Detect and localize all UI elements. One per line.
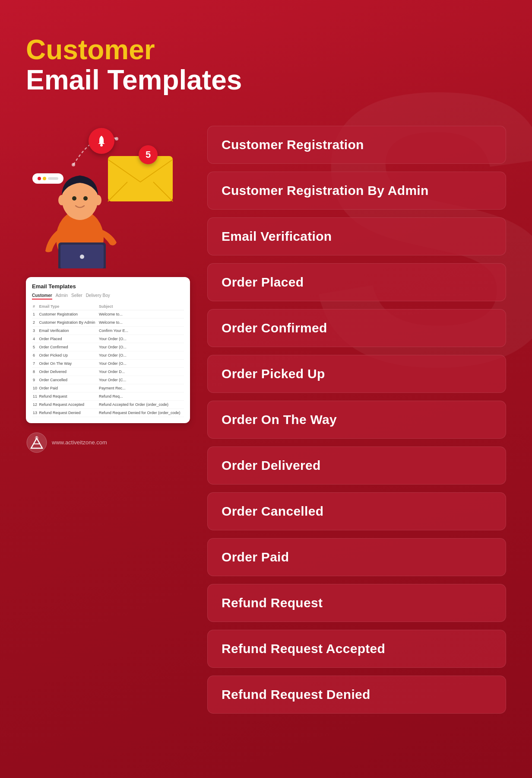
cell-email-type: Email Verification — [38, 326, 98, 335]
menu-item-customer-registration-by-admin[interactable]: Customer Registration By Admin — [207, 172, 506, 210]
svg-point-13 — [58, 195, 65, 205]
cell-number: 11 — [32, 392, 38, 400]
menu-item-order-confirmed[interactable]: Order Confirmed — [207, 309, 506, 347]
cell-number: 13 — [32, 408, 38, 417]
svg-point-1 — [115, 137, 118, 140]
svg-point-12 — [83, 196, 88, 201]
cell-email-type: Refund Request Denied — [38, 408, 98, 417]
tab-seller[interactable]: Seller — [71, 293, 82, 300]
cell-number: 5 — [32, 343, 38, 351]
cell-number: 8 — [32, 367, 38, 376]
svg-point-10 — [80, 255, 84, 259]
cell-email-type: Order Picked Up — [38, 351, 98, 359]
table-row: 3Email VerificationConfirm Your E... — [32, 326, 184, 335]
cell-subject: Confirm Your E... — [98, 326, 184, 335]
menu-item-label-refund-request-accepted: Refund Request Accepted — [222, 641, 385, 656]
menu-item-email-verification[interactable]: Email Verification — [207, 217, 506, 255]
person-illustration — [26, 152, 134, 268]
illustration-area: 5 — [26, 121, 181, 268]
cell-subject: Your Order D... — [98, 367, 184, 376]
cell-number: 3 — [32, 326, 38, 335]
menu-item-order-cancelled[interactable]: Order Cancelled — [207, 492, 506, 530]
table-row: 8Order DeliveredYour Order D... — [32, 367, 184, 376]
table-tabs: Customer Admin Seller Delivery Boy — [32, 293, 184, 300]
table-row: 2Customer Registration By AdminWelcome t… — [32, 318, 184, 326]
cell-number: 12 — [32, 400, 38, 408]
website-label: www.activeitzone.com — [52, 439, 107, 446]
menu-item-order-paid[interactable]: Order Paid — [207, 538, 506, 576]
table-row: 1Customer RegistrationWelcome to... — [32, 310, 184, 318]
cell-number: 10 — [32, 384, 38, 392]
menu-item-label-order-delivered: Order Delivered — [222, 458, 321, 472]
table-row: 11Refund RequestRefund Req... — [32, 392, 184, 400]
col-email-type: Email Type — [38, 303, 98, 310]
cell-subject: Payment Rec... — [98, 384, 184, 392]
cell-email-type: Refund Request Accepted — [38, 400, 98, 408]
table-title: Email Templates — [32, 283, 184, 290]
tab-delivery[interactable]: Delivery Boy — [86, 293, 110, 300]
table-row: 9Order CancelledYour Order (C... — [32, 376, 184, 384]
bell-icon — [95, 134, 108, 147]
email-table-container: Email Templates Customer Admin Seller De… — [26, 277, 190, 423]
left-panel: 5 — [26, 121, 190, 453]
notification-badge: 5 — [139, 145, 158, 164]
activeitzone-logo-icon: ® — [26, 432, 48, 453]
cell-number: 1 — [32, 310, 38, 318]
cell-number: 2 — [32, 318, 38, 326]
header-subtitle-label: Email Templates — [26, 65, 506, 95]
col-subject: Subject — [98, 303, 184, 310]
menu-item-label-order-cancelled: Order Cancelled — [222, 504, 323, 518]
table-row: 4Order PlacedYour Order (O... — [32, 335, 184, 343]
table-row: 13Refund Request DeniedRefund Request De… — [32, 408, 184, 417]
badge-count: 5 — [146, 149, 151, 160]
cell-number: 4 — [32, 335, 38, 343]
menu-item-refund-request-accepted[interactable]: Refund Request Accepted — [207, 630, 506, 668]
menu-item-label-order-paid: Order Paid — [222, 550, 289, 564]
table-row: 7Order On The WayYour Order (O... — [32, 359, 184, 367]
cell-number: 9 — [32, 376, 38, 384]
menu-item-label-order-picked-up: Order Picked Up — [222, 367, 325, 381]
menu-item-label-order-confirmed: Order Confirmed — [222, 321, 327, 335]
menu-item-refund-request-denied[interactable]: Refund Request Denied — [207, 676, 506, 714]
chat-bubble — [32, 173, 63, 184]
table-row: 12Refund Request AcceptedRefund Accepted… — [32, 400, 184, 408]
cell-subject: Your Order (O... — [98, 359, 184, 367]
menu-item-order-placed[interactable]: Order Placed — [207, 263, 506, 301]
mini-email-table: # Email Type Subject 1Customer Registrat… — [32, 303, 184, 417]
menu-item-label-customer-registration: Customer Registration — [222, 137, 364, 152]
cell-subject: Your Order (O... — [98, 335, 184, 343]
bell-bubble — [89, 128, 114, 154]
menu-item-order-delivered[interactable]: Order Delivered — [207, 446, 506, 485]
cell-email-type: Order Paid — [38, 384, 98, 392]
logo-area: ® www.activeitzone.com — [26, 432, 190, 453]
table-row: 5Order ConfirmedYour Order (O... — [32, 343, 184, 351]
cell-email-type: Refund Request — [38, 392, 98, 400]
tab-admin[interactable]: Admin — [56, 293, 68, 300]
cell-email-type: Order Delivered — [38, 367, 98, 376]
table-row: 6Order Picked UpYour Order (O... — [32, 351, 184, 359]
cell-subject: Welcome to... — [98, 318, 184, 326]
main-layout: 5 — [26, 121, 506, 714]
header-customer-label: Customer — [26, 35, 506, 65]
tab-customer[interactable]: Customer — [32, 293, 52, 300]
cell-subject: Your Order (O... — [98, 343, 184, 351]
cell-number: 7 — [32, 359, 38, 367]
svg-point-11 — [72, 196, 76, 201]
menu-item-order-picked-up[interactable]: Order Picked Up — [207, 355, 506, 393]
menu-item-label-order-placed: Order Placed — [222, 275, 304, 289]
menu-item-refund-request[interactable]: Refund Request — [207, 584, 506, 622]
col-number: # — [32, 303, 38, 310]
menu-list: Customer RegistrationCustomer Registrati… — [207, 121, 506, 714]
menu-item-label-refund-request-denied: Refund Request Denied — [222, 687, 370, 701]
menu-item-order-on-the-way[interactable]: Order On The Way — [207, 401, 506, 439]
cell-subject: Refund Req... — [98, 392, 184, 400]
cell-email-type: Order On The Way — [38, 359, 98, 367]
cell-subject: Welcome to... — [98, 310, 184, 318]
menu-item-customer-registration[interactable]: Customer Registration — [207, 126, 506, 164]
cell-subject: Refund Request Denied for Order (order_c… — [98, 408, 184, 417]
menu-item-label-order-on-the-way: Order On The Way — [222, 412, 337, 427]
svg-point-2 — [100, 144, 103, 147]
table-row: 10Order PaidPayment Rec... — [32, 384, 184, 392]
cell-subject: Your Order (C... — [98, 376, 184, 384]
cell-number: 6 — [32, 351, 38, 359]
